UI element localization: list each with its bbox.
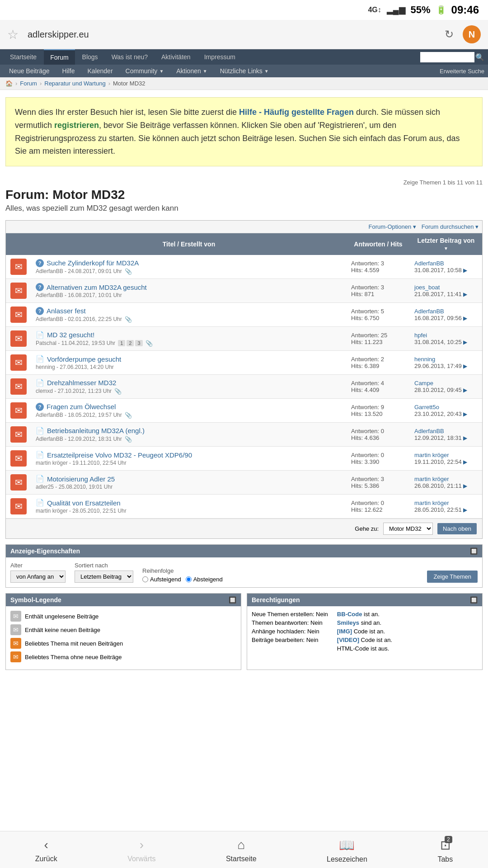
absteigend-input[interactable] [186, 576, 192, 582]
question-icon: ? [36, 283, 44, 291]
video-link[interactable]: [VIDEO] [337, 637, 359, 643]
subnav-community[interactable]: Community ▼ [120, 65, 169, 77]
last-author-link[interactable]: Garrett5o [414, 404, 439, 410]
table-row: ✉📄Qualität von Ersatzteilenmartin kröger… [6, 495, 482, 519]
symbol-item-3: ✉ Beliebtes Thema mit neuen Beiträgen [10, 638, 236, 649]
thread-title-link[interactable]: 📄MD 32 gesucht! [36, 331, 342, 339]
nav-neuigkeiten[interactable]: Was ist neu? [105, 50, 154, 64]
goto-post-icon[interactable]: ▶ [463, 315, 467, 321]
search-input[interactable] [420, 52, 474, 62]
thread-title-cell: 📄Qualität von Ersatzteilenmartin kröger … [31, 495, 347, 519]
thread-title-link[interactable]: 📄Qualität von Ersatzteilen [36, 499, 342, 507]
thread-title-link[interactable]: ?Fragen zum Ölwechsel [36, 403, 342, 411]
smileys-link[interactable]: Smileys [337, 619, 359, 626]
berech-collapse-icon[interactable]: 🔲 [470, 596, 478, 604]
zeige-themen-button[interactable]: Zeige Themen [427, 571, 478, 583]
reihenfolge-field: Reihenfolge Aufsteigend Absteigend [142, 567, 223, 583]
goto-post-icon[interactable]: ▶ [463, 459, 467, 465]
thread-title-link[interactable]: 📄Vorförderpumpe gesucht [36, 355, 342, 363]
last-author-link[interactable]: Campe [414, 380, 433, 387]
col-header-title[interactable]: Titel / Erstellt von [31, 233, 347, 255]
thread-title-link[interactable]: 📄Drehzahlmesser MD32 [36, 379, 342, 387]
thread-title-link[interactable]: 📄Motorisierung Adler 25 [36, 475, 342, 483]
aufsteigend-input[interactable] [142, 576, 148, 582]
page-link[interactable]: 3 [135, 340, 142, 346]
refresh-icon[interactable]: ↻ [445, 28, 454, 41]
thread-title-text: Suche Zylinderkopf für MD32A [47, 259, 139, 267]
nav-startseite[interactable]: Startseite [4, 50, 43, 64]
thread-mail-icon: ✉ [10, 354, 27, 371]
symbol-icon-beliebt-alt: ✉ [10, 651, 21, 662]
table-row: ✉?Suche Zylinderkopf für MD32AAdlerfanBB… [6, 255, 482, 279]
last-author-link[interactable]: martin kröger [414, 500, 449, 506]
col-header-last-post[interactable]: Letzter Beitrag von ▼ [410, 233, 482, 255]
last-author-link[interactable]: henning [414, 356, 435, 363]
subnav-aktionen[interactable]: Aktionen ▼ [171, 65, 212, 77]
nach-oben-button[interactable]: Nach oben [437, 523, 477, 534]
goto-post-icon[interactable]: ▶ [463, 291, 467, 297]
goto-select[interactable]: Motor MD32 [383, 523, 433, 535]
thread-title-cell: ?Fragen zum ÖlwechselAdlerfanBB - 18.05.… [31, 399, 347, 423]
registrieren-link[interactable]: registrieren [54, 121, 99, 130]
goto-post-icon[interactable]: ▶ [463, 387, 467, 393]
goto-post-icon[interactable]: ▶ [463, 339, 467, 345]
page-link[interactable]: 1 [118, 340, 125, 346]
img-link[interactable]: [IMG] [337, 628, 352, 635]
goto-post-icon[interactable]: ▶ [463, 411, 467, 417]
last-author-link[interactable]: AdlerfanBB [414, 428, 444, 434]
nav-forum[interactable]: Forum [44, 49, 75, 65]
subnav-hilfe[interactable]: Hilfe [57, 65, 80, 77]
breadcrumb-forum[interactable]: Forum [20, 80, 37, 87]
goto-post-icon[interactable]: ▶ [463, 507, 467, 513]
thread-title-link[interactable]: ?Alternativen zum MD32A gesucht [36, 283, 342, 291]
nav-blogs[interactable]: Blogs [76, 50, 104, 64]
absteigend-radio[interactable]: Absteigend [186, 576, 223, 583]
avatar: N [463, 25, 481, 43]
last-author-link[interactable]: AdlerfanBB [414, 260, 444, 267]
thread-title-link[interactable]: 📄Ersatzteilpreise Volvo MD32 - Peugeot X… [36, 451, 342, 459]
last-author-link[interactable]: joes_boat [414, 284, 440, 291]
thread-mail-icon: ✉ [10, 378, 27, 395]
nav-aktivitaeten[interactable]: Aktivitäten [155, 50, 197, 64]
alter-select[interactable]: von Anfang an [10, 571, 66, 583]
table-row: ✉📄Vorförderpumpe gesuchthenning - 27.06.… [6, 351, 482, 375]
sortiert-select[interactable]: Letztem Beitrag [75, 571, 133, 583]
berech-row-2: Themen beantworten: Nein [252, 619, 328, 626]
goto-post-icon[interactable]: ▶ [463, 363, 467, 369]
bbcode-link[interactable]: BB-Code [337, 611, 362, 618]
last-author-link[interactable]: hpfei [414, 332, 427, 339]
forum-options-btn[interactable]: Forum-Optionen ▾ [369, 223, 416, 230]
thread-author-date: martin kröger - 19.11.2010, 22:54 Uhr [36, 460, 127, 466]
erweiterte-suche-link[interactable]: Erweiterte Suche [440, 68, 484, 75]
thread-title-cell: 📄Ersatzteilpreise Volvo MD32 - Peugeot X… [31, 447, 347, 471]
thread-title-link[interactable]: ?Anlasser fest [36, 307, 342, 315]
goto-post-icon[interactable]: ▶ [463, 267, 467, 274]
url-bar[interactable]: adlerskipper.eu [28, 29, 436, 40]
aufsteigend-radio[interactable]: Aufsteigend [142, 576, 181, 583]
thread-title-link[interactable]: 📄Betriebsanleitung MD32A (engl.) [36, 427, 342, 435]
berech-body: Neue Themen erstellen: Nein Themen beant… [247, 606, 482, 658]
last-author-link[interactable]: martin kröger [414, 452, 449, 458]
last-author-link[interactable]: AdlerfanBB [414, 308, 444, 315]
search-icon[interactable]: 🔍 [475, 53, 484, 61]
breadcrumb-reparatur[interactable]: Reparatur und Wartung [44, 80, 105, 87]
goto-post-icon[interactable]: ▶ [463, 435, 467, 441]
bookmark-star-icon[interactable]: ☆ [7, 27, 19, 42]
goto-post-icon[interactable]: ▶ [463, 483, 467, 489]
thread-title-text: Betriebsanleitung MD32A (engl.) [47, 427, 145, 434]
subnav-neue-beitraege[interactable]: Neue Beiträge [4, 65, 55, 77]
subnav-nuetzliche-links[interactable]: Nützliche Links ▼ [215, 65, 274, 77]
home-icon[interactable]: 🏠 [5, 80, 13, 87]
anzeige-collapse-icon[interactable]: 🔲 [470, 547, 478, 555]
zeige-text: Zeige Themen 1 bis 11 von 11 [5, 179, 483, 186]
page-link[interactable]: 2 [127, 340, 134, 346]
forum-search-btn[interactable]: Forum durchsuchen ▾ [422, 223, 479, 230]
subnav-kalender[interactable]: Kalender [82, 65, 118, 77]
hilfe-faq-link[interactable]: Hilfe - Häufig gestellte Fragen [239, 108, 354, 117]
thread-title-cell: 📄Vorförderpumpe gesuchthenning - 27.06.2… [31, 351, 347, 375]
thread-title-link[interactable]: ?Suche Zylinderkopf für MD32A [36, 259, 342, 267]
last-author-link[interactable]: martin kröger [414, 476, 449, 482]
nav-impressum[interactable]: Impressum [198, 50, 242, 64]
berech-row-4: Beiträge bearbeiten: Nein [252, 637, 328, 643]
symbol-collapse-icon[interactable]: 🔲 [229, 596, 236, 604]
